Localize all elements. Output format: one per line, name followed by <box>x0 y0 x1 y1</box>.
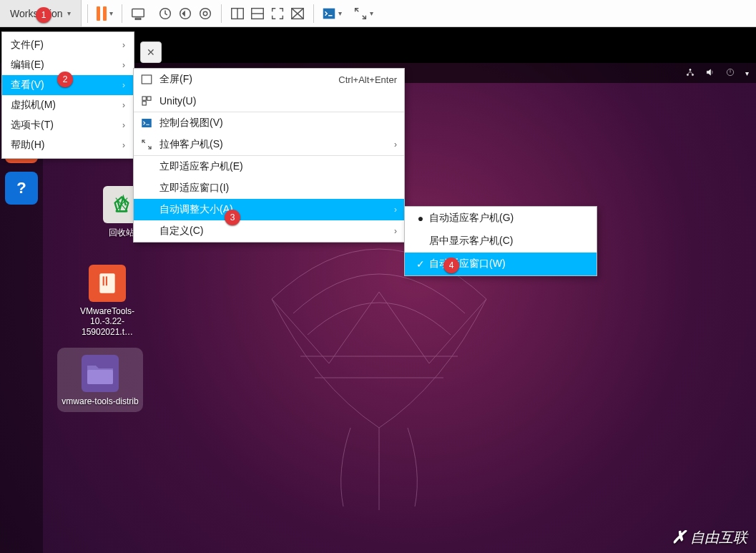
view-console-label: 控制台视图(V) <box>159 117 397 129</box>
callout-badge-3: 3 <box>225 210 240 225</box>
svg-rect-24 <box>323 8 335 19</box>
view-fit-window-label: 立即适应窗口(I) <box>159 182 397 195</box>
tab-close-button[interactable]: ✕ <box>140 41 162 63</box>
desktop-vmware-tools-folder[interactable]: vmware-tools-distrib <box>57 348 143 412</box>
svg-point-2 <box>689 69 691 70</box>
menu-help-label: 帮助(H) <box>11 139 44 152</box>
svg-point-1 <box>692 74 693 75</box>
svg-rect-12 <box>135 18 140 19</box>
desktop-vmware-tools-tar[interactable]: VMwareTools-10.-3.22-15902021.t… <box>64 265 150 337</box>
view-fullscreen-shortcut: Ctrl+Alt+Enter <box>338 74 397 85</box>
svg-rect-26 <box>142 97 146 100</box>
callout-badge-1: 1 <box>36 7 51 23</box>
toolbar-separator <box>87 4 88 23</box>
menu-tabs-label: 选项卡(T) <box>11 119 54 132</box>
console-icon <box>137 113 157 133</box>
menu-tabs[interactable]: 选项卡(T)› <box>2 115 134 135</box>
auto-fit-window[interactable]: ✓ 自动适应窗口(W) <box>405 253 597 275</box>
send-ctrl-alt-del-icon[interactable] <box>128 4 148 24</box>
svg-rect-11 <box>132 9 144 16</box>
fullscreen-icon <box>137 69 157 89</box>
menu-help[interactable]: 帮助(H)› <box>2 135 134 155</box>
toolbar-separator <box>221 4 222 23</box>
view-fullscreen-label: 全屏(F) <box>159 73 338 86</box>
svg-point-0 <box>687 74 688 75</box>
auto-fit-guest[interactable]: ● 自动适应客户机(G) <box>405 207 597 230</box>
view-stretch[interactable]: 拉伸客户机(S) › <box>134 134 404 155</box>
watermark-x-icon: ✗ <box>672 527 686 547</box>
view-stretch-label: 拉伸客户机(S) <box>159 138 394 151</box>
volume-icon[interactable] <box>705 67 715 79</box>
view-submenu: 全屏(F) Ctrl+Alt+Enter Unity(U) 控制台视图(V) 拉… <box>133 68 405 243</box>
tar-label: VMwareTools-10.-3.22-15902021.t… <box>64 306 150 337</box>
chevron-down-icon: ▾ <box>338 9 342 17</box>
view-unity-label: Unity(U) <box>159 95 397 107</box>
svg-point-16 <box>203 11 207 16</box>
svg-rect-10 <box>87 370 113 384</box>
svg-rect-28 <box>142 102 146 105</box>
radio-selected-icon: ● <box>412 212 429 224</box>
view-auto-resize[interactable]: 自动调整大小(A) › <box>134 199 404 220</box>
view-custom[interactable]: 自定义(C) › <box>134 220 404 242</box>
folder-label: vmware-tools-distrib <box>62 396 138 406</box>
auto-resize-submenu: ● 自动适应客户机(G) 居中显示客户机(C) ✓ 自动适应窗口(W) <box>404 206 597 276</box>
chevron-down-icon[interactable]: ▾ <box>745 69 749 77</box>
unity-mode-icon[interactable] <box>288 4 308 24</box>
view-unity[interactable]: Unity(U) <box>134 90 404 112</box>
view-custom-label: 自定义(C) <box>159 225 394 238</box>
trash-label: 回收站 <box>109 227 134 238</box>
watermark-text: 自由互联 <box>690 528 747 547</box>
view-auto-resize-label: 自动调整大小(A) <box>159 203 394 216</box>
power-icon[interactable] <box>725 67 735 79</box>
fullscreen-icon[interactable] <box>267 4 288 24</box>
watermark: ✗ 自由互联 <box>672 527 747 547</box>
svg-rect-8 <box>103 276 104 285</box>
menu-view-label: 查看(V) <box>11 79 44 92</box>
console-view-icon[interactable]: ▾ <box>320 4 344 24</box>
svg-point-15 <box>200 8 210 19</box>
layout-split-vertical-icon[interactable] <box>227 4 247 24</box>
snapshot-revert-icon[interactable] <box>175 4 195 24</box>
view-fullscreen[interactable]: 全屏(F) Ctrl+Alt+Enter <box>134 69 404 90</box>
workstation-main-menu: 文件(F)› 编辑(E)› 查看(V)› 虚拟机(M)› 选项卡(T)› 帮助(… <box>1 31 134 159</box>
toolbar-separator <box>313 4 314 23</box>
svg-rect-27 <box>147 97 151 100</box>
network-icon[interactable] <box>685 67 695 79</box>
layout-split-horizontal-icon[interactable] <box>247 4 267 24</box>
snapshot-manager-icon[interactable] <box>195 4 215 24</box>
chevron-down-icon: ▾ <box>109 9 113 17</box>
svg-rect-29 <box>142 119 152 127</box>
auto-center-guest[interactable]: 居中显示客户机(C) <box>405 230 597 253</box>
ubuntu-system-tray[interactable]: ▾ <box>685 67 749 79</box>
svg-rect-9 <box>106 276 107 285</box>
view-fit-guest-label: 立即适应客户机(E) <box>159 160 397 173</box>
svg-rect-25 <box>142 75 152 84</box>
callout-badge-2: 2 <box>57 72 73 87</box>
stretch-guest-icon[interactable]: ▾ <box>351 4 375 24</box>
svg-point-14 <box>180 8 190 19</box>
auto-center-guest-label: 居中显示客户机(C) <box>429 235 589 248</box>
menu-vm-label: 虚拟机(M) <box>11 99 56 112</box>
snapshot-take-icon[interactable] <box>155 4 175 24</box>
menu-edit-label: 编辑(E) <box>11 59 44 72</box>
view-console[interactable]: 控制台视图(V) <box>134 112 404 134</box>
chevron-down-icon: ▾ <box>67 9 71 17</box>
view-fit-guest-now[interactable]: 立即适应客户机(E) <box>134 156 404 177</box>
menu-file-label: 文件(F) <box>11 39 44 52</box>
chevron-down-icon: ▾ <box>370 9 373 17</box>
menu-vm[interactable]: 虚拟机(M)› <box>2 95 134 115</box>
power-pause-button[interactable]: ▾ <box>94 4 116 24</box>
auto-fit-guest-label: 自动适应客户机(G) <box>429 212 589 225</box>
vmware-toolbar: Workstation ▾ ▾ ▾ ▾ <box>0 0 756 27</box>
menu-file[interactable]: 文件(F)› <box>2 35 134 55</box>
toolbar-separator <box>122 4 122 23</box>
view-fit-window-now[interactable]: 立即适应窗口(I) <box>134 177 404 199</box>
stretch-icon <box>137 134 157 155</box>
callout-badge-4: 4 <box>443 258 459 273</box>
unity-icon <box>137 91 157 111</box>
check-icon: ✓ <box>412 258 429 270</box>
dock-help-icon[interactable]: ? <box>5 172 38 205</box>
